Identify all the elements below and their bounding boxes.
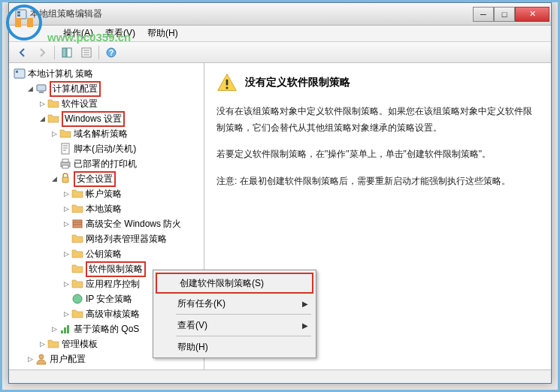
menu-help[interactable]: 帮助(H)	[141, 26, 184, 41]
svg-rect-13	[37, 85, 46, 91]
svg-rect-26	[67, 325, 69, 333]
tree-public-key[interactable]: ▷公钥策略	[60, 246, 202, 261]
tree-local-policy[interactable]: ▷本地策略	[60, 201, 202, 216]
ctx-create-policy[interactable]: 创建软件限制策略(S)	[157, 274, 312, 292]
collapse-icon[interactable]: ◢	[50, 174, 59, 183]
svg-rect-15	[62, 143, 69, 154]
svg-rect-1	[17, 11, 20, 14]
svg-rect-14	[39, 92, 44, 93]
folder-icon	[47, 338, 59, 350]
expand-icon[interactable]: ▷	[26, 354, 35, 363]
help-button[interactable]: ?	[102, 44, 120, 61]
qos-icon	[59, 323, 71, 335]
collapse-icon[interactable]: ◢	[26, 84, 35, 93]
submenu-arrow-icon: ▶	[302, 300, 308, 308]
printer-icon	[59, 158, 71, 170]
expand-icon[interactable]: ▷	[38, 339, 47, 348]
svg-rect-3	[62, 48, 66, 57]
content-paragraph-3: 注意: 在最初创建软件限制策略后，需要重新启动才能强制执行这些策略。	[216, 173, 539, 190]
menu-action[interactable]: 操作(A)	[57, 26, 99, 41]
separator	[98, 46, 99, 59]
window-controls: ─ □ ✕	[473, 7, 549, 22]
folder-icon	[71, 308, 83, 320]
statusbar	[9, 369, 551, 383]
folder-icon	[47, 113, 59, 125]
folder-icon	[71, 188, 83, 200]
svg-rect-19	[62, 177, 68, 182]
svg-rect-25	[64, 327, 66, 333]
tree-dns-policy[interactable]: ▷域名解析策略	[48, 126, 202, 141]
folder-icon	[71, 263, 83, 275]
window-title: 本地组策略编辑器	[30, 8, 473, 20]
svg-point-29	[226, 86, 228, 89]
expand-icon[interactable]: ▷	[62, 219, 71, 228]
menu-view[interactable]: 查看(V)	[99, 26, 141, 41]
back-button[interactable]	[14, 44, 32, 61]
submenu-arrow-icon: ▶	[302, 321, 308, 330]
svg-rect-11	[14, 69, 25, 78]
security-icon	[59, 173, 71, 185]
svg-rect-24	[61, 330, 63, 333]
separator	[54, 46, 55, 59]
tree-scripts[interactable]: 脚本(启动/关机)	[48, 141, 202, 156]
minimize-button[interactable]: ─	[473, 7, 494, 22]
expand-icon[interactable]: ▷	[62, 204, 71, 213]
ctx-all-tasks[interactable]: 所有任务(K)▶	[155, 294, 314, 312]
warning-icon	[216, 72, 238, 93]
maximize-button[interactable]: □	[494, 7, 515, 22]
separator	[176, 314, 311, 315]
app-icon	[15, 8, 27, 20]
collapse-icon[interactable]: ◢	[38, 114, 47, 123]
firewall-icon	[71, 218, 83, 230]
user-icon	[35, 353, 47, 365]
content-paragraph-1: 没有在该组策略对象中定义软件限制策略。如果您在该组策略对象中定义软件限制策略，它…	[216, 104, 539, 136]
menubar: 操作(A) 查看(V) 帮助(H)	[9, 26, 551, 42]
svg-text:?: ?	[109, 49, 114, 57]
ipsec-icon	[71, 293, 83, 305]
tree-root[interactable]: 本地计算机 策略	[12, 66, 202, 81]
script-icon	[59, 143, 71, 155]
separator	[176, 336, 311, 336]
policy-icon	[14, 68, 26, 80]
titlebar[interactable]: 本地组策略编辑器 ─ □ ✕	[9, 3, 551, 26]
expand-icon[interactable]: ▷	[62, 279, 71, 288]
tree-network-list[interactable]: 网络列表管理器策略	[60, 231, 202, 246]
expand-icon[interactable]: ▷	[50, 324, 59, 333]
ctx-help[interactable]: 帮助(H)	[155, 338, 314, 356]
show-hide-tree-button[interactable]	[58, 44, 76, 61]
tree-software-settings[interactable]: ▷软件设置	[36, 96, 202, 111]
tree-security-settings[interactable]: ◢ 安全设置	[48, 171, 202, 186]
svg-rect-20	[73, 220, 82, 228]
tree-advanced-firewall[interactable]: ▷高级安全 Windows 防火	[60, 216, 202, 231]
context-menu: 创建软件限制策略(S) 所有任务(K)▶ 查看(V)▶ 帮助(H)	[153, 270, 316, 358]
folder-icon	[71, 248, 83, 260]
svg-rect-28	[226, 80, 229, 86]
toolbar: ?	[9, 42, 551, 63]
tree-deployed-printers[interactable]: 已部署的打印机	[48, 156, 202, 171]
tree-account-policy[interactable]: ▷帐户策略	[60, 186, 202, 201]
expand-icon[interactable]: ▷	[62, 249, 71, 258]
folder-icon	[71, 278, 83, 290]
svg-rect-17	[62, 159, 68, 162]
svg-rect-2	[17, 14, 20, 17]
folder-icon	[59, 128, 71, 140]
properties-button[interactable]	[77, 44, 95, 61]
expand-icon[interactable]: ▷	[38, 99, 47, 108]
ctx-view[interactable]: 查看(V)▶	[155, 316, 314, 334]
expand-icon[interactable]: ▷	[50, 129, 59, 138]
close-button[interactable]: ✕	[515, 7, 549, 22]
folder-icon	[71, 233, 83, 245]
content-title: 没有定义软件限制策略	[245, 76, 350, 89]
expand-icon[interactable]: ▷	[62, 309, 71, 318]
folder-icon	[47, 98, 59, 110]
forward-button[interactable]	[33, 44, 51, 61]
svg-point-27	[39, 354, 44, 359]
tree-computer-config[interactable]: ◢ 计算机配置	[24, 81, 202, 96]
content-header: 没有定义软件限制策略	[216, 72, 539, 93]
expand-icon[interactable]: ▷	[62, 189, 71, 198]
folder-icon	[71, 203, 83, 215]
content-paragraph-2: 若要定义软件限制策略，在"操作"菜单上，单击"创建软件限制策略"。	[216, 146, 539, 163]
svg-rect-4	[67, 48, 71, 57]
tree-windows-settings[interactable]: ◢ Windows 设置	[36, 111, 202, 126]
svg-rect-12	[16, 71, 18, 73]
